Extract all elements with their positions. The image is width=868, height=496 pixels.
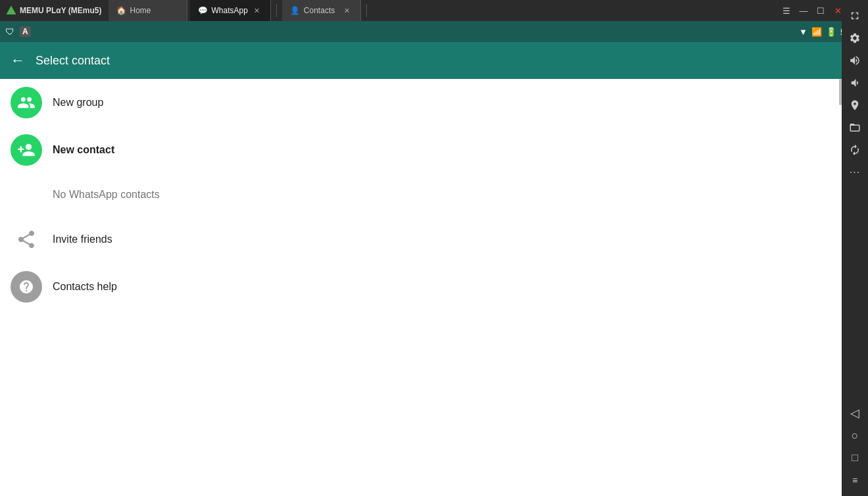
share-icon (16, 229, 37, 250)
tab-divider-2 (366, 4, 367, 17)
sidebar-volume-up-btn[interactable] (844, 50, 865, 71)
keyboard-icon: A (20, 26, 31, 37)
whatsapp-tab-label: WhatsApp (212, 6, 248, 15)
sidebar-fullscreen-btn[interactable] (844, 5, 865, 26)
no-contacts-row: No WhatsApp contacts (0, 174, 842, 216)
recents-nav-btn[interactable]: □ (844, 447, 865, 468)
new-contact-label: New contact (53, 144, 114, 156)
svg-marker-0 (7, 6, 16, 15)
home-tab-label: Home (130, 6, 151, 15)
new-group-item[interactable]: New group (0, 79, 842, 126)
sidebar-files-btn[interactable] (844, 117, 865, 138)
fullscreen-icon (849, 10, 861, 22)
sidebar-settings-btn[interactable] (844, 28, 865, 49)
files-icon (849, 122, 861, 134)
memu-logo: MEMU PLαY (MEmu5) (5, 5, 102, 16)
tab-contacts[interactable]: 👤 Contacts ✕ (282, 0, 361, 21)
group-icon (17, 93, 36, 112)
contacts-tab-label: Contacts (304, 6, 335, 15)
right-sidebar: ··· ◁ ○ □ ≡ (842, 0, 868, 496)
battery-icon: 🔋 (826, 27, 836, 37)
settings-icon (849, 32, 861, 44)
menu-nav-btn[interactable]: ≡ (844, 470, 865, 491)
tab-whatsapp[interactable]: 💬 WhatsApp ✕ (190, 0, 271, 21)
location-icon (849, 99, 861, 111)
status-left: 🛡 A (5, 26, 31, 37)
main-content: New group New contact No WhatsApp contac… (0, 79, 842, 496)
memu-icon (5, 5, 17, 16)
status-bar: 🛡 A ▼ 📶 🔋 5:57 (0, 21, 868, 42)
home-tab-icon: 🏠 (116, 6, 126, 15)
sidebar-volume-down-btn[interactable] (844, 72, 865, 93)
sidebar-more-btn[interactable]: ··· (844, 162, 865, 183)
memu-label: MEMU PLαY (MEmu5) (20, 6, 102, 15)
back-nav-btn[interactable]: ◁ (844, 403, 865, 424)
whatsapp-tab-close[interactable]: ✕ (252, 5, 262, 16)
wifi-icon: ▼ (799, 27, 808, 37)
contacts-help-item[interactable]: Contacts help (0, 263, 842, 310)
tab-divider (276, 4, 277, 17)
minimize-btn[interactable]: — (796, 3, 811, 18)
volume-down-icon (849, 77, 861, 89)
invite-friends-item[interactable]: Invite friends (0, 216, 842, 263)
home-nav-btn[interactable]: ○ (844, 425, 865, 446)
invite-friends-label: Invite friends (53, 234, 112, 245)
contacts-help-label: Contacts help (53, 281, 117, 293)
help-icon (18, 279, 34, 295)
new-contact-item[interactable]: New contact (0, 126, 842, 174)
person-add-icon (17, 141, 36, 159)
invite-icon (11, 224, 42, 255)
rotate-icon (849, 144, 861, 156)
app-header: ← Select contact ⋮ (0, 42, 868, 79)
sidebar-rotate-btn[interactable] (844, 139, 865, 161)
signal-icon: 📶 (811, 27, 822, 37)
whatsapp-tab-icon: 💬 (198, 6, 208, 15)
new-group-label: New group (53, 97, 103, 109)
menu-btn[interactable]: ☰ (779, 3, 794, 18)
tab-home[interactable]: 🏠 Home (108, 0, 187, 21)
new-group-icon (11, 87, 42, 118)
maximize-btn[interactable]: ☐ (813, 3, 829, 18)
contacts-tab-close[interactable]: ✕ (342, 5, 352, 16)
help-icon-circle (11, 271, 42, 303)
no-contacts-text: No WhatsApp contacts (53, 189, 160, 201)
shield-icon: 🛡 (5, 26, 14, 37)
volume-up-icon (849, 55, 861, 66)
new-contact-icon (11, 134, 42, 166)
back-button[interactable]: ← (11, 52, 25, 69)
contacts-tab-icon: 👤 (290, 6, 300, 15)
sidebar-location-btn[interactable] (844, 95, 865, 116)
browser-titlebar: MEMU PLαY (MEmu5) 🏠 Home 💬 WhatsApp ✕ 👤 … (0, 0, 868, 21)
page-title: Select contact (36, 54, 832, 68)
